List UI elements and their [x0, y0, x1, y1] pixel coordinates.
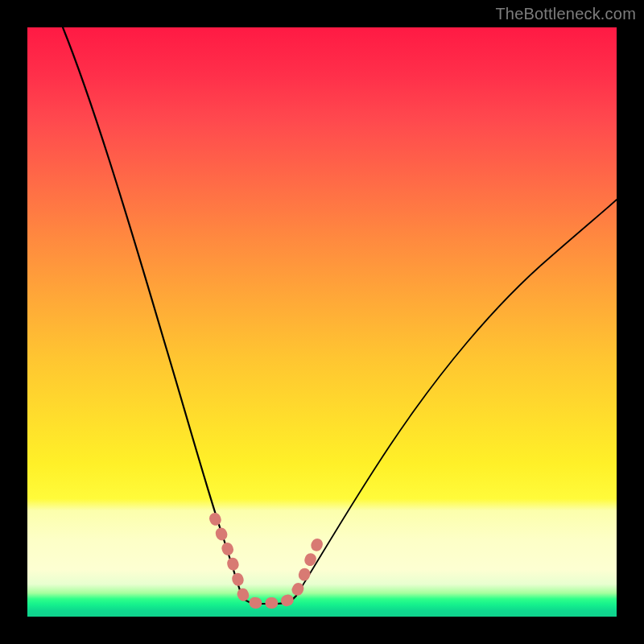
curve-svg [27, 27, 617, 617]
plot-area [27, 27, 617, 617]
curve-right-branch [296, 200, 617, 596]
curve-left-branch [63, 27, 242, 597]
watermark-text: TheBottleneck.com [495, 5, 636, 23]
valley-marker-dots [215, 518, 317, 603]
chart-frame: TheBottleneck.com [0, 0, 644, 644]
